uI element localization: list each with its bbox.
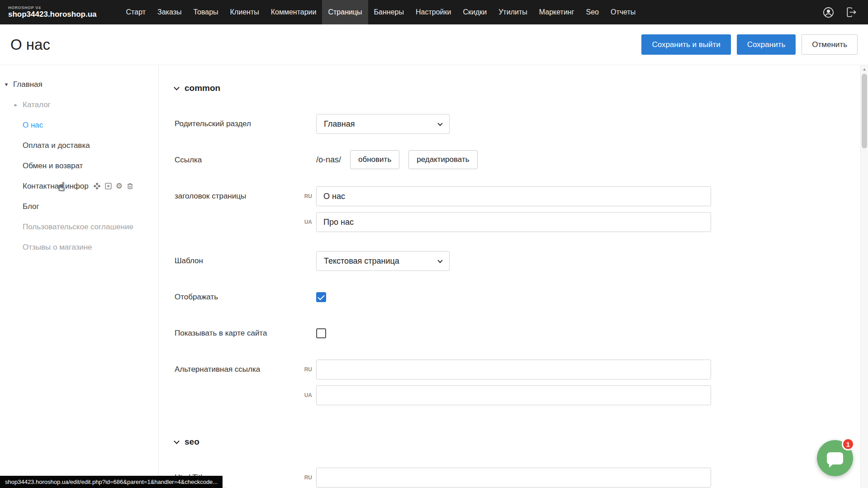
page-title-row: заголовок страницы RU UA [175,186,860,232]
scrollbar-thumb[interactable] [862,74,867,148]
delete-icon[interactable] [126,182,134,190]
save-and-exit-button[interactable]: Сохранить и выйти [641,34,730,55]
menu-item-marketing[interactable]: Маркетинг [533,0,580,24]
sidebar-item-oplata-i-dostavka[interactable]: Оплата и доставка [0,135,158,156]
field-label: Родительский раздел [175,114,316,134]
sidebar-item-label: Блог [23,202,39,211]
menu-item-pages[interactable]: Страницы [322,0,368,24]
header-actions: Сохранить и выйти Сохранить Отменить [641,34,858,55]
gear-icon[interactable]: ⚙ [116,182,123,190]
edit-link-button[interactable]: редактировать [408,150,477,169]
field-label: Альтернативная ссылка [175,360,316,379]
menu-item-settings[interactable]: Настройки [410,0,457,24]
chevron-right-icon[interactable]: ▸ [13,101,19,108]
lang-badge-ru: RU [298,366,312,373]
chevron-down-icon [174,85,180,90]
field-label: Шаблон [175,251,316,271]
brand-domain: shop34423.horoshop.ua [8,10,97,19]
save-button[interactable]: Сохранить [737,34,796,55]
html-title-row: Html Title Полная замена title, генериру… [175,468,860,488]
parent-section-select[interactable]: Главная [316,114,450,134]
field-label: Показывать в карте сайта [175,323,316,343]
menu-item-discounts[interactable]: Скидки [457,0,493,24]
logout-icon[interactable] [845,6,857,18]
menu-item-utilities[interactable]: Утилиты [493,0,533,24]
cancel-button[interactable]: Отменить [802,34,858,55]
sidebar-item-label: Главная [13,80,43,89]
page-title-ru-input[interactable] [316,186,711,206]
menu-item-seo[interactable]: Seo [580,0,605,24]
topbar: HOROSHOP V4 shop34423.horoshop.ua Старт … [0,0,868,24]
pages-tree-sidebar: ▾ Главная ▸ Каталог О нас Оплата и доста… [0,65,159,488]
link-preview-statusbar: shop34423.horoshop.ua/edit/edit.php?id=6… [0,476,223,488]
section-seo-header[interactable]: seo [175,437,860,447]
menu-item-comments[interactable]: Комментарии [265,0,323,24]
menu-item-reports[interactable]: Отчеты [605,0,641,24]
alt-link-row: Альтернативная ссылка RU UA [175,360,860,405]
sidebar-item-label: Пользовательское соглашение [23,223,133,232]
refresh-link-button[interactable]: обновить [350,150,399,169]
sidebar-item-obmen-i-vozvrat[interactable]: Обмен и возврат [0,156,158,176]
chevron-down-icon [437,258,442,263]
chevron-down-icon [174,438,180,444]
user-account-icon[interactable] [822,6,835,19]
link-path-value: /o-nas/ [316,150,341,169]
field-label: заголовок страницы [175,186,316,206]
chat-bubble-icon [827,452,843,464]
menu-item-orders[interactable]: Заказы [152,0,187,24]
brand-logo[interactable]: HOROSHOP V4 shop34423.horoshop.ua [0,5,97,19]
sidebar-item-label: Обмен и возврат [23,161,83,171]
sidebar-item-label: О нас [23,121,43,130]
chevron-down-icon[interactable]: ▾ [4,81,9,88]
alt-link-ru-input[interactable] [316,360,711,379]
chevron-down-icon [437,121,442,126]
chat-widget-button[interactable]: 1 [817,440,853,476]
sidebar-item-kontaktnaya-informatsiya[interactable]: Контактная инфор ⚙ [0,176,158,196]
sidebar-item-glavnaya[interactable]: ▾ Главная [0,74,158,95]
link-row: Ссылка /o-nas/ обновить редактировать [175,150,860,170]
section-title: seo [185,437,199,447]
lang-badge-ru: RU [298,474,312,481]
page-title-ua-input[interactable] [316,212,711,232]
sidebar-item-label: Каталог [23,100,51,109]
sidebar-item-label: Контактная инфор [23,182,89,191]
move-icon[interactable] [93,182,101,190]
page-edit-form: common Родительский раздел Главная Ссылк… [159,65,860,488]
add-page-icon[interactable] [104,182,112,190]
page-header: О нас Сохранить и выйти Сохранить Отмени… [0,24,868,65]
sidebar-item-blog[interactable]: Блог [0,196,158,217]
sitemap-checkbox[interactable] [316,328,326,338]
menu-item-banners[interactable]: Баннеры [368,0,410,24]
template-select[interactable]: Текстовая страница [316,251,450,271]
section-title: common [185,83,220,93]
sidebar-item-katalog[interactable]: ▸ Каталог [0,95,158,115]
menu-item-start[interactable]: Старт [120,0,152,24]
page-title: О нас [10,36,50,53]
menu-item-clients[interactable]: Клиенты [224,0,265,24]
display-checkbox[interactable] [316,292,326,302]
brand-version-label: HOROSHOP V4 [8,5,97,10]
field-label: Отображать [175,287,316,307]
sidebar-item-polzovatelskoe-soglashenie[interactable]: Пользовательское соглашение [0,217,158,237]
alt-link-ua-input[interactable] [316,385,711,405]
screen: HOROSHOP V4 shop34423.horoshop.ua Старт … [0,0,868,488]
selected-value: Главная [324,119,355,129]
html-title-ru-input[interactable] [316,468,711,488]
vertical-scrollbar[interactable]: ▲ [860,65,868,488]
main-menu: Старт Заказы Товары Клиенты Комментарии … [120,0,822,24]
sidebar-item-label: Оплата и доставка [23,141,90,150]
sidebar-item-actions: ⚙ [93,182,134,190]
menu-item-products[interactable]: Товары [188,0,224,24]
section-common-header[interactable]: common [175,83,860,93]
chat-unread-badge: 1 [842,438,854,450]
sitemap-row: Показывать в карте сайта [175,323,860,343]
lang-badge-ua: UA [298,392,312,398]
lang-badge-ru: RU [298,193,312,199]
field-label: Ссылка [175,150,316,170]
scroll-up-arrow-icon[interactable]: ▲ [861,65,868,73]
sidebar-item-otzyvy-o-magazine[interactable]: Отзывы о магазине [0,237,158,257]
selected-value: Текстовая страница [324,256,399,266]
sidebar-item-o-nas[interactable]: О нас [0,115,158,135]
display-row: Отображать [175,287,860,307]
template-row: Шаблон Текстовая страница [175,251,860,271]
